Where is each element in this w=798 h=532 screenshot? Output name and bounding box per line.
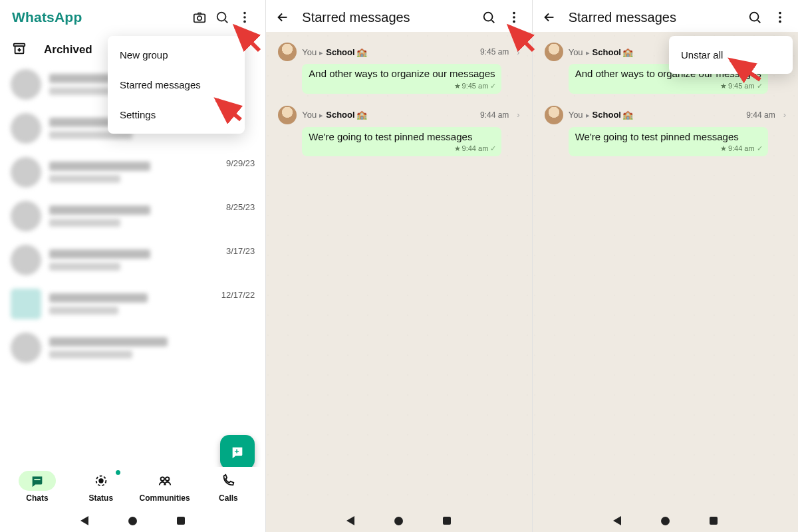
starred-header: Starred messages: [533, 0, 798, 32]
status-dot-icon: [116, 470, 120, 475]
avatar: [545, 43, 563, 61]
avatar: [11, 201, 41, 231]
chat-row[interactable]: 9/29/23: [0, 150, 265, 194]
search-icon[interactable]: [743, 6, 766, 29]
app-title: WhatsApp: [12, 9, 188, 25]
avatar: [11, 157, 41, 188]
camera-icon[interactable]: [188, 6, 211, 29]
avatar: [11, 69, 41, 100]
back-triangle-icon[interactable]: [346, 516, 354, 525]
menu-settings[interactable]: Settings: [108, 100, 245, 130]
message-top-time: 9:44 am: [746, 110, 775, 120]
avatar: [278, 43, 297, 61]
message-text: And other ways to organize our messages: [309, 68, 496, 80]
svg-point-4: [243, 16, 246, 19]
message-bubble: We're going to test pinned messages ★9:4…: [302, 127, 501, 157]
home-circle-icon[interactable]: [394, 517, 403, 525]
chat-date: 3/17/23: [226, 246, 255, 256]
svg-point-25: [779, 21, 781, 23]
svg-rect-0: [194, 14, 205, 22]
chat-row[interactable]: 3/17/23: [0, 238, 265, 282]
nav-chats[interactable]: Chats: [5, 471, 69, 503]
school-emoji-icon: 🏫: [622, 47, 633, 57]
message-top-time: 9:45 am: [480, 47, 509, 57]
message-time: 9:44 am: [462, 144, 489, 152]
starred-header: Starred messages: [266, 0, 531, 32]
svg-point-3: [243, 12, 246, 15]
message-bubble: And other ways to organize our messages …: [302, 64, 501, 94]
svg-point-2: [217, 13, 226, 21]
nav-label: Status: [88, 493, 113, 503]
menu-unstar-all[interactable]: Unstar all: [669, 40, 793, 70]
school-emoji-icon: 🏫: [622, 110, 633, 120]
page-title: Starred messages: [569, 10, 741, 25]
star-icon: ★: [720, 82, 727, 90]
nav-status[interactable]: Status: [69, 471, 133, 503]
back-triangle-icon[interactable]: [80, 516, 88, 525]
more-icon[interactable]: [233, 6, 256, 29]
screen-starred-messages-menu: Starred messages You▸School🏫 9:45 am ›: [532, 0, 798, 532]
chat-date: 8/25/23: [226, 202, 255, 212]
svg-point-17: [483, 13, 492, 21]
archive-icon: [12, 41, 27, 59]
starred-message[interactable]: You▸School🏫 9:45 am › And other ways to …: [266, 36, 531, 99]
starred-messages-area: You▸School🏫 9:45 am › And other ways to …: [533, 32, 798, 532]
svg-point-19: [513, 16, 515, 19]
nav-label: Calls: [219, 493, 238, 503]
message-text: We're going to test pinned messages: [575, 131, 763, 144]
starred-messages-area: You▸School🏫 9:45 am › And other ways to …: [266, 32, 531, 532]
screen-starred-messages: Starred messages You▸School🏫 9:45 am ›: [265, 0, 531, 532]
chat-date: 12/17/22: [221, 290, 255, 300]
chat-date: 9/29/23: [226, 158, 255, 168]
android-nav-bar: [0, 509, 265, 532]
home-circle-icon[interactable]: [128, 517, 137, 525]
avatar: [278, 106, 297, 124]
message-bubble: We're going to test pinned messages ★9:4…: [569, 127, 768, 157]
page-title: Starred messages: [302, 10, 474, 25]
avatar: [11, 245, 41, 275]
back-icon[interactable]: [271, 6, 294, 29]
new-chat-fab[interactable]: [220, 435, 255, 469]
bottom-nav: Chats Status Communities Calls: [0, 467, 265, 508]
back-icon[interactable]: [538, 6, 561, 29]
search-icon[interactable]: [211, 6, 233, 29]
nav-label: Chats: [26, 493, 48, 503]
nav-calls[interactable]: Calls: [196, 471, 260, 503]
chat-row[interactable]: 12/17/22: [0, 282, 265, 326]
star-icon: ★: [454, 144, 461, 152]
more-icon[interactable]: [769, 6, 791, 29]
recents-square-icon[interactable]: [443, 517, 451, 525]
back-triangle-icon[interactable]: [613, 516, 621, 525]
svg-point-12: [99, 479, 103, 483]
message-header: You▸School🏫: [302, 47, 475, 57]
recents-square-icon[interactable]: [710, 517, 718, 525]
message-top-time: 9:44 am: [480, 110, 509, 120]
starred-message[interactable]: You▸School🏫 9:44 am › We're going to tes…: [533, 99, 798, 162]
star-icon: ★: [454, 82, 461, 90]
archived-label: Archived: [44, 43, 92, 57]
message-time: 9:44 am: [728, 144, 755, 152]
check-icon: ✓: [490, 82, 496, 90]
svg-point-1: [198, 16, 201, 20]
search-icon[interactable]: [477, 6, 500, 29]
svg-point-24: [779, 16, 781, 19]
home-circle-icon[interactable]: [661, 517, 670, 525]
school-emoji-icon: 🏫: [356, 110, 367, 120]
menu-starred-messages[interactable]: Starred messages: [108, 70, 245, 100]
screen-chat-list: WhatsApp: [0, 0, 265, 532]
chevron-right-icon: ›: [517, 110, 519, 120]
recents-square-icon[interactable]: [177, 517, 185, 525]
starred-message[interactable]: You▸School🏫 9:44 am › We're going to tes…: [266, 99, 531, 162]
avatar: [11, 332, 41, 363]
avatar: [11, 113, 41, 144]
svg-point-5: [243, 21, 246, 23]
chat-row[interactable]: 8/25/23: [0, 194, 265, 238]
chat-row[interactable]: [0, 326, 265, 370]
chevron-right-icon: ›: [783, 110, 786, 120]
more-icon[interactable]: [503, 6, 525, 29]
message-time: 9:45 am: [728, 82, 755, 90]
nav-communities[interactable]: Communities: [133, 471, 197, 503]
menu-new-group[interactable]: New group: [108, 40, 245, 70]
svg-rect-10: [34, 479, 40, 480]
svg-point-18: [513, 12, 515, 15]
